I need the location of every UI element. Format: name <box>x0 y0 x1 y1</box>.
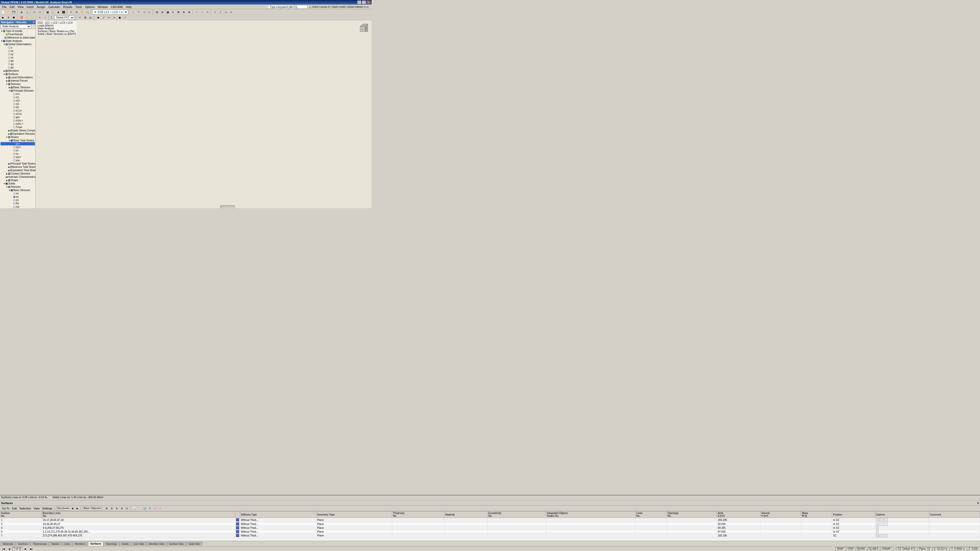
tb2-5[interactable]: 📏 <box>24 15 29 20</box>
tb2-line-icon[interactable]: ╱ <box>101 15 106 20</box>
tb-b5[interactable]: ≣ <box>176 10 181 14</box>
tree-global-def[interactable]: ▼ Global Deformations <box>0 43 35 46</box>
tree-gxy-minus[interactable]: γxy- <box>0 159 35 162</box>
tb-b6[interactable]: ⊕ <box>181 10 186 14</box>
menu-window[interactable]: Window <box>96 5 109 9</box>
tree-s2mp[interactable]: σ2m,+ <box>0 122 35 125</box>
tb2-opening-icon[interactable]: □ <box>123 15 127 20</box>
tb-zoom[interactable]: 🔍 <box>85 10 90 14</box>
tb-b4[interactable]: ≡ <box>170 10 176 14</box>
tree-contact-stresses[interactable]: ▶ Contact Stresses <box>0 172 35 175</box>
nav-close[interactable]: × <box>33 21 35 24</box>
open-btn[interactable]: 📂 <box>6 10 11 14</box>
nav-view-combo[interactable]: Static Analysis <box>0 24 31 29</box>
menu-calculate[interactable]: Calculate <box>47 5 62 9</box>
tree-s1p[interactable]: σ1+ <box>0 92 35 96</box>
tb-3d[interactable]: ▦ <box>45 10 50 14</box>
tb-wire[interactable]: ⬚ <box>50 10 56 14</box>
maximize-btn[interactable]: □ <box>362 0 366 4</box>
menu-edit[interactable]: Edit <box>8 5 16 9</box>
tb-rotate[interactable]: ↻ <box>74 10 79 14</box>
tree-ex-minus[interactable]: εx- <box>0 149 35 152</box>
tree-solid-txz[interactable]: τxz <box>0 205 35 208</box>
view-combo[interactable]: Global XYZ <box>54 16 74 20</box>
tree-eyy-plus[interactable]: εyy+ <box>0 145 35 149</box>
tree-s1mp[interactable]: σ1m,+ <box>0 119 35 122</box>
tree-stresses[interactable]: ▼ Stresses <box>0 83 35 86</box>
tree-equiv-total-strains[interactable]: ▶ Equivalent Total Strains <box>0 168 35 172</box>
minimize-btn[interactable]: _ <box>357 0 361 4</box>
save-btn[interactable]: 💾 <box>11 10 16 14</box>
tree-strains[interactable]: ▼ Strains <box>0 135 35 139</box>
tb2-1[interactable]: ▶ <box>0 15 6 20</box>
tb-b1[interactable]: ⊞ <box>154 10 159 14</box>
tree-uz[interactable]: uz <box>0 56 35 59</box>
tree-phim[interactable]: φm <box>0 116 35 119</box>
tree-solids[interactable]: ▼ Solids <box>0 182 35 185</box>
tree-solid-sy[interactable]: σy <box>0 195 35 198</box>
tree-max-total-strains[interactable]: ▶ Maximum Total Strains <box>0 165 35 168</box>
tree-ux[interactable]: ux <box>0 49 35 52</box>
menu-file[interactable]: File <box>0 5 8 9</box>
tree-u[interactable]: u <box>0 46 35 49</box>
tree-isotropic[interactable]: ▶ Isotropic Characteristics <box>0 175 35 179</box>
print-btn[interactable]: 🖨 <box>19 10 24 14</box>
menu-cadbim[interactable]: CAD-BIM <box>109 5 124 9</box>
tb-b3[interactable]: ▦ <box>165 10 170 14</box>
tree-principal-stresses[interactable]: ▼ Principal Stresses <box>0 89 35 92</box>
tb2-8[interactable]: − <box>43 15 48 20</box>
redo-btn[interactable]: ↪ <box>37 10 42 14</box>
tree-internal-forces[interactable]: ▶ Internal Forces <box>0 79 35 83</box>
tb-btn-2[interactable]: 🔍 <box>24 10 29 14</box>
tb-iso[interactable]: ◇ <box>147 10 152 14</box>
tb-dim2[interactable]: ↕ <box>200 10 205 14</box>
tree-sh[interactable]: σh <box>0 106 35 109</box>
tree-local-def[interactable]: ▶ Local Deformations <box>0 76 35 79</box>
tree-type-of-results[interactable]: ▼ Type of results <box>0 29 35 33</box>
tb2-node-icon[interactable]: ◆ <box>96 15 101 20</box>
tree-final-results[interactable]: Final Results <box>0 33 35 36</box>
tree-solid-basic-stresses[interactable]: ▼ Basic Stresses <box>0 189 35 192</box>
tb-surf[interactable]: ▭ <box>223 10 228 14</box>
tb2-solid-icon[interactable]: ◼ <box>117 15 122 20</box>
tree-basic-total-strains[interactable]: ▼ Basic Total Strains <box>0 139 35 142</box>
snap-btn[interactable]: ⊹ <box>77 15 83 20</box>
tb2-7[interactable]: + <box>37 15 42 20</box>
close-btn[interactable]: × <box>366 0 371 4</box>
menu-options[interactable]: Options <box>83 5 96 9</box>
tb-dim3[interactable]: ⤡ <box>205 10 210 14</box>
tb-top[interactable]: ⊤ <box>136 10 141 14</box>
tree-s2p[interactable]: σ2+ <box>0 99 35 102</box>
tree-basic-stresses[interactable]: ▶ Basic Stresses <box>0 86 35 89</box>
tb-solid[interactable]: ■ <box>56 10 61 14</box>
tree-phiy[interactable]: φy <box>0 62 35 66</box>
menu-results[interactable]: Results <box>62 5 74 9</box>
tree-tmax[interactable]: Tmax <box>0 125 35 129</box>
tree-static-analysis[interactable]: ▼ Static Analysis <box>0 39 35 43</box>
tb-member[interactable]: ═ <box>229 10 234 14</box>
tb-pan[interactable]: ✋ <box>80 10 84 14</box>
tb-b7[interactable]: ⊗ <box>186 10 192 14</box>
tb-dim1[interactable]: ↔ <box>194 10 199 14</box>
tree-equiv-stress[interactable]: ▶ Equivalent Stresses <box>0 132 35 135</box>
tree-solid-sz[interactable]: σz <box>0 198 35 202</box>
tree-members[interactable]: ▶ Members <box>0 69 35 73</box>
tree-phix[interactable]: φx <box>0 59 35 62</box>
tb2-4[interactable]: 🎯 <box>19 15 24 20</box>
menu-assign[interactable]: Assign <box>35 5 47 9</box>
tree-princ-total-strains[interactable]: ▶ Principal Total Strains <box>0 162 35 165</box>
tb-node[interactable]: • <box>213 10 218 14</box>
undo-btn[interactable]: ↩ <box>32 10 37 14</box>
tree-phiz[interactable]: φz <box>0 66 35 69</box>
new-btn[interactable]: 📄 <box>0 10 6 14</box>
tree-s2m2[interactable]: σ2,m <box>0 112 35 116</box>
tb2-member-icon[interactable]: ═ <box>107 15 111 20</box>
tree-ex-plus[interactable]: εx+ <box>0 142 35 145</box>
tree-gxy-plus[interactable]: γxy+ <box>0 156 35 159</box>
tree-ey-minus[interactable]: εy- <box>0 152 35 156</box>
grid-btn[interactable]: ⊞ <box>83 15 88 20</box>
tree-s1m2[interactable]: σ1,m <box>0 109 35 112</box>
tree-solid-rx[interactable]: Rx <box>0 202 35 205</box>
tb2-6[interactable]: 📐 <box>30 15 35 20</box>
tree-uy[interactable]: uy <box>0 52 35 56</box>
